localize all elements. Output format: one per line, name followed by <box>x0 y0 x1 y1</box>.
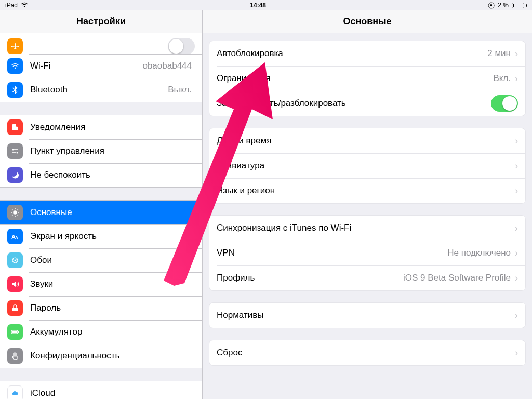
sidebar-item-wallpaper[interactable]: Обои <box>0 248 202 272</box>
sidebar-item-passcode[interactable]: Пароль <box>0 296 202 320</box>
detail-row-datetime[interactable]: Дата и время › <box>209 128 525 153</box>
detail-title: Основные <box>203 10 532 33</box>
detail-row-label: Ограничения <box>217 73 493 84</box>
svg-point-4 <box>12 149 14 151</box>
sounds-icon <box>7 276 23 292</box>
sidebar-item-sounds[interactable]: Звуки <box>0 272 202 296</box>
cloud-icon <box>7 385 23 399</box>
detail-group-reset: Сброс › <box>209 340 526 366</box>
detail-row-reset[interactable]: Сброс › <box>209 340 525 365</box>
gear-icon <box>7 205 23 220</box>
dnd-icon <box>7 167 23 183</box>
svg-rect-19 <box>18 331 19 333</box>
svg-point-8 <box>14 211 17 214</box>
detail-row-label: Сброс <box>217 348 515 358</box>
display-icon: AA <box>7 229 23 244</box>
detail-row-label: Язык и регион <box>217 185 515 196</box>
sidebar-item-battery[interactable]: Аккумулятор <box>0 320 202 344</box>
detail-group-regulatory: Нормативы › <box>209 302 526 328</box>
svg-point-14 <box>16 259 17 260</box>
svg-rect-20 <box>12 331 17 333</box>
detail-row-label: Дата и время <box>217 136 515 146</box>
svg-rect-1 <box>490 5 492 6</box>
airplane-toggle[interactable] <box>168 38 195 54</box>
sidebar-item-label: Пароль <box>30 303 195 313</box>
sidebar-group-network: Wi-Fi obaobab444 Bluetooth Выкл. <box>0 33 202 102</box>
lock-icon <box>7 300 23 316</box>
clock-label: 14:48 <box>250 2 266 9</box>
notifications-icon <box>7 119 23 135</box>
sidebar-item-label: Конфиденциальность <box>30 351 195 361</box>
detail-row-keyboard[interactable]: Клавиатура › <box>209 153 525 178</box>
vpn-value: Не подключено <box>447 248 511 258</box>
wifi-icon <box>7 58 23 74</box>
airplane-icon <box>7 38 23 54</box>
profile-value: iOS 9 Beta Software Profile <box>403 273 511 283</box>
chevron-right-icon: › <box>515 74 518 83</box>
detail-row-label: Клавиатура <box>217 161 515 171</box>
detail-row-language[interactable]: Язык и регион › <box>209 178 525 203</box>
detail-row-autolock[interactable]: Автоблокировка 2 мин › <box>209 41 525 66</box>
svg-point-12 <box>15 260 16 261</box>
sidebar-item-label: Не беспокоить <box>30 170 195 180</box>
detail-row-regulatory[interactable]: Нормативы › <box>209 303 525 328</box>
sidebar-item-notifications[interactable]: Уведомления <box>0 115 202 139</box>
autolock-value: 2 мин <box>487 48 511 59</box>
sidebar-item-label: Обои <box>30 255 195 265</box>
wifi-icon <box>21 2 28 9</box>
detail-pane: Основные Автоблокировка 2 мин › Ограниче… <box>203 10 532 399</box>
detail-row-label: Автоблокировка <box>217 48 487 59</box>
svg-rect-5 <box>14 149 18 150</box>
sidebar-item-dnd[interactable]: Не беспокоить <box>0 163 202 187</box>
battery-percentage: 2 % <box>498 2 509 9</box>
chevron-right-icon: › <box>515 311 518 320</box>
detail-row-itunes-sync[interactable]: Синхронизация с iTunes по Wi-Fi › <box>209 216 525 241</box>
chevron-right-icon: › <box>515 273 518 283</box>
lock-unlock-toggle[interactable] <box>491 95 518 112</box>
sidebar-item-label: iCloud <box>30 388 195 398</box>
chevron-right-icon: › <box>515 136 518 145</box>
bluetooth-icon <box>7 82 23 98</box>
detail-row-profile[interactable]: Профиль iOS 9 Beta Software Profile › <box>209 265 525 290</box>
detail-row-label: Заблокировать/разблокировать <box>217 98 491 109</box>
svg-point-13 <box>13 259 14 260</box>
wifi-network-value: obaobab444 <box>142 61 192 71</box>
chevron-right-icon: › <box>515 223 518 233</box>
sidebar-item-icloud[interactable]: iCloud <box>0 381 202 399</box>
sidebar-group-general: Основные AA Экран и яркость Обои <box>0 200 202 368</box>
sidebar-item-label: Уведомления <box>30 122 195 132</box>
sidebar-item-privacy[interactable]: Конфиденциальность <box>0 344 202 368</box>
detail-row-label: Синхронизация с iTunes по Wi-Fi <box>217 223 515 233</box>
chevron-right-icon: › <box>515 49 518 58</box>
bluetooth-value: Выкл. <box>168 85 192 95</box>
sidebar-item-label: Аккумулятор <box>30 327 195 337</box>
sidebar-item-label: Основные <box>30 207 195 218</box>
detail-row-restrictions[interactable]: Ограничения Вкл. › <box>209 66 525 91</box>
control-center-icon <box>7 143 23 159</box>
svg-point-6 <box>17 152 18 154</box>
detail-group-lock: Автоблокировка 2 мин › Ограничения Вкл. … <box>209 41 526 116</box>
detail-row-label: VPN <box>217 248 447 258</box>
detail-row-vpn[interactable]: VPN Не подключено › <box>209 241 525 265</box>
restrictions-value: Вкл. <box>493 73 511 84</box>
svg-point-16 <box>16 261 17 262</box>
settings-sidebar: Настройки Wi-Fi ob <box>0 10 203 399</box>
sidebar-item-control-center[interactable]: Пункт управления <box>0 139 202 163</box>
battery-icon <box>512 3 527 8</box>
svg-text:A: A <box>15 235 18 240</box>
sidebar-item-label: Пункт управления <box>30 146 195 156</box>
detail-row-lock-unlock[interactable]: Заблокировать/разблокировать <box>209 91 525 116</box>
sidebar-item-display[interactable]: AA Экран и яркость <box>0 224 202 248</box>
wallpaper-icon <box>7 252 23 268</box>
sidebar-item-wifi[interactable]: Wi-Fi obaobab444 <box>0 54 202 78</box>
sidebar-item-general[interactable]: Основные <box>0 201 202 224</box>
chevron-right-icon: › <box>515 248 518 258</box>
svg-rect-7 <box>12 152 16 153</box>
sidebar-item-label: Wi-Fi <box>30 61 142 71</box>
sidebar-item-airplane[interactable] <box>0 33 202 54</box>
status-bar: iPad 14:48 2 % <box>0 0 532 10</box>
sidebar-item-label: Bluetooth <box>30 85 168 95</box>
sidebar-group-notifications: Уведомления Пункт управления Не беспокои… <box>0 115 202 188</box>
device-label: iPad <box>5 2 18 9</box>
sidebar-item-bluetooth[interactable]: Bluetooth Выкл. <box>0 78 202 102</box>
